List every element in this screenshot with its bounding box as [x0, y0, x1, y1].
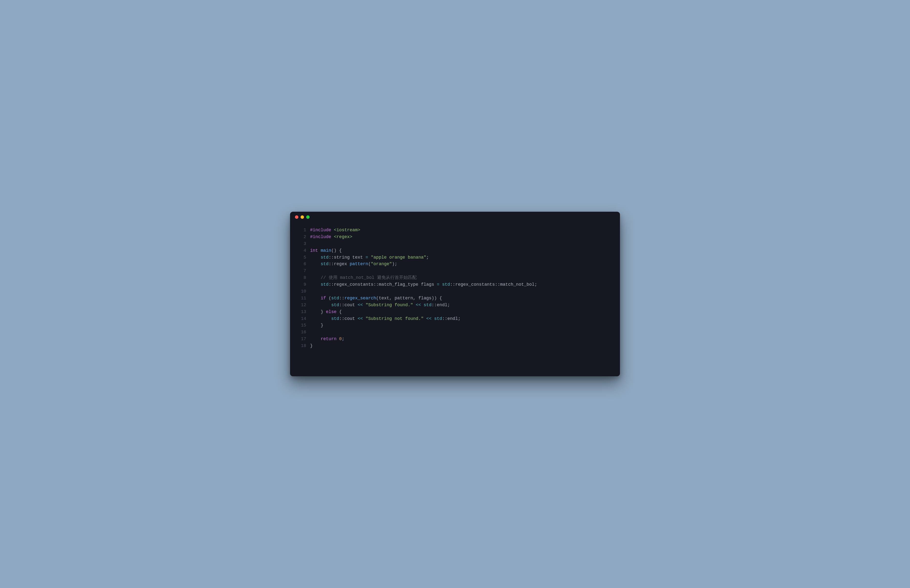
token: "apple orange banana"	[371, 255, 426, 260]
token: main	[321, 248, 331, 253]
line-number: 1	[297, 227, 310, 234]
line-content: std::regex pattern("orange");	[310, 261, 613, 268]
token	[318, 248, 321, 253]
token: () {	[331, 248, 342, 253]
token: }	[310, 323, 323, 328]
line-content: }	[310, 342, 613, 349]
code-line: 9 std::regex_constants::match_flag_type …	[297, 281, 613, 288]
token: <<	[358, 302, 363, 307]
token	[310, 282, 321, 287]
line-content: std::cout << "Substring found." << std::…	[310, 302, 613, 309]
token: if	[321, 296, 326, 300]
zoom-icon[interactable]	[306, 215, 309, 219]
line-number: 8	[297, 275, 310, 281]
line-number: 16	[297, 329, 310, 336]
line-number: 7	[297, 268, 310, 275]
token: #include	[310, 228, 331, 233]
token: =	[437, 282, 440, 287]
code-line: 7	[297, 268, 613, 275]
line-content: return 0;	[310, 336, 613, 342]
token	[413, 302, 416, 307]
line-content: #include <iostream>	[310, 227, 613, 234]
token: ::regex_constants::match_flag_type flags	[329, 282, 437, 287]
line-number: 17	[297, 336, 310, 342]
token	[331, 234, 334, 239]
token	[310, 262, 321, 267]
code-area: 1#include <iostream>2#include <regex>34i…	[290, 223, 620, 349]
token: std	[331, 296, 339, 300]
line-content: #include <regex>	[310, 234, 613, 241]
line-number: 3	[297, 241, 310, 247]
token: ::cout	[339, 302, 358, 307]
code-line: 1#include <iostream>	[297, 227, 613, 234]
line-number: 14	[297, 315, 310, 322]
token	[421, 302, 424, 307]
token: ::endl;	[432, 302, 450, 307]
token: ::string text	[329, 255, 366, 260]
line-number: 5	[297, 254, 310, 261]
token: "orange"	[371, 262, 392, 267]
token: int	[310, 248, 318, 253]
line-number: 6	[297, 261, 310, 268]
token	[432, 316, 434, 321]
token	[368, 255, 371, 260]
code-line: 17 return 0;	[297, 336, 613, 342]
token: 0	[339, 336, 342, 341]
code-line: 11 if (std::regex_search(text, pattern, …	[297, 295, 613, 302]
token	[337, 336, 339, 341]
token: {	[337, 309, 342, 314]
code-line: 5 std::string text = "apple orange banan…	[297, 254, 613, 261]
code-line: 13 } else {	[297, 309, 613, 315]
token: );	[392, 262, 397, 267]
line-number: 13	[297, 309, 310, 315]
token: std	[442, 282, 450, 287]
token: <iostream>	[334, 228, 360, 233]
token	[424, 316, 426, 321]
token	[363, 316, 366, 321]
token: }	[310, 309, 326, 314]
code-line: 10	[297, 288, 613, 295]
token: (	[326, 296, 331, 300]
token	[310, 316, 331, 321]
token: ;	[426, 255, 429, 260]
line-number: 18	[297, 342, 310, 349]
token: <<	[358, 316, 363, 321]
token: <<	[416, 302, 421, 307]
token: std	[321, 262, 329, 267]
code-line: 3	[297, 241, 613, 247]
line-content: }	[310, 322, 613, 329]
close-icon[interactable]	[295, 215, 298, 219]
line-content: // 使用 match_not_bol 避免从行首开始匹配	[310, 275, 613, 281]
code-line: 8 // 使用 match_not_bol 避免从行首开始匹配	[297, 275, 613, 281]
token: // 使用 match_not_bol 避免从行首开始匹配	[321, 275, 416, 280]
minimize-icon[interactable]	[301, 215, 304, 219]
token: (	[368, 262, 371, 267]
token: ::cout	[339, 316, 358, 321]
token: =	[366, 255, 368, 260]
line-number: 2	[297, 234, 310, 241]
token: std	[321, 282, 329, 287]
token: else	[326, 309, 337, 314]
token: regex_search	[344, 296, 376, 300]
token: "Substring not found."	[366, 316, 424, 321]
token	[331, 228, 334, 233]
token	[310, 296, 321, 300]
line-number: 11	[297, 295, 310, 302]
token: std	[321, 255, 329, 260]
token: ::regex	[329, 262, 350, 267]
token	[310, 336, 321, 341]
line-number: 10	[297, 288, 310, 295]
code-line: 4int main() {	[297, 247, 613, 254]
line-number: 4	[297, 247, 310, 254]
token	[439, 282, 442, 287]
token	[363, 302, 366, 307]
line-content: std::cout << "Substring not found." << s…	[310, 315, 613, 322]
token: std	[434, 316, 442, 321]
code-line: 16	[297, 329, 613, 336]
token: ::	[339, 296, 345, 300]
token: "Substring found."	[366, 302, 413, 307]
line-number: 9	[297, 281, 310, 288]
line-content: std::regex_constants::match_flag_type fl…	[310, 281, 613, 288]
line-content: } else {	[310, 309, 613, 315]
window-titlebar	[290, 212, 620, 223]
